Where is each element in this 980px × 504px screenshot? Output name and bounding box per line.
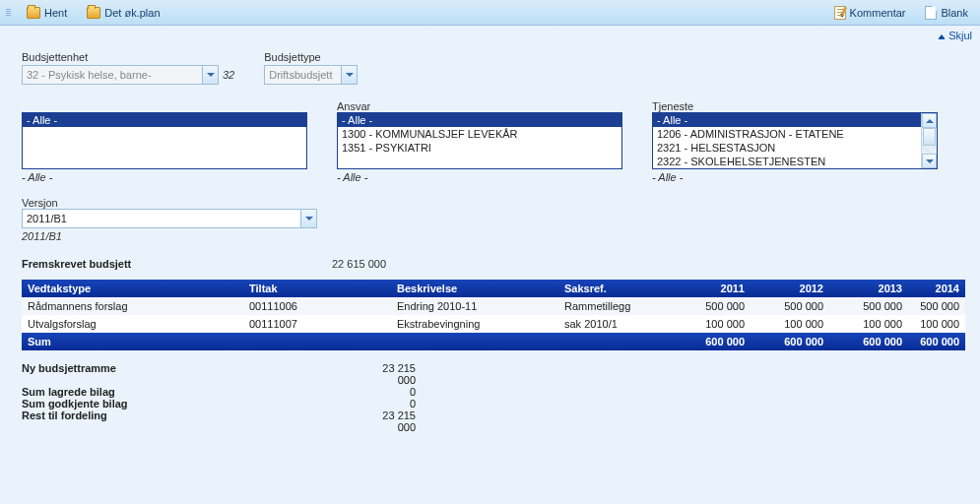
total-label: Rest til fordeling (22, 410, 361, 433)
budsjettype-combo[interactable]: Driftsbudsjett (264, 65, 358, 85)
list-item[interactable]: 1351 - PSYKIATRI (338, 141, 621, 155)
totals-block: Ny budsjettramme 23 215 000 Sum lagrede … (22, 362, 964, 433)
budsjettenhet-code: 32 (223, 69, 234, 81)
skjul-link[interactable]: Skjul (0, 26, 980, 43)
cell-2013: 500 000 (829, 297, 908, 315)
versjon-combo[interactable]: 2011/B1 (22, 209, 317, 228)
chevron-down-icon[interactable] (202, 66, 218, 84)
cell-beskrivelse: Ekstrabevingning (391, 315, 558, 333)
blank-button[interactable]: Blank (919, 4, 974, 22)
total-value: 23 215 000 (361, 410, 416, 433)
sum-label: Sum (22, 333, 672, 350)
filter-row-1: Budsjettenhet 32 - Psykisk helse, barne-… (22, 51, 964, 85)
det-okplan-label: Det øk.plan (104, 7, 160, 19)
cell-vedtakstype: Rådmannens forslag (22, 297, 243, 315)
chevron-down-icon[interactable] (300, 210, 316, 227)
total-value: 0 (361, 386, 416, 398)
versjon-note: 2011/B1 (22, 230, 964, 242)
col-saksref[interactable]: Saksref. (558, 280, 672, 297)
table-row[interactable]: Rådmannens forslag 00111006 Endring 2010… (22, 297, 965, 315)
list-item[interactable]: 1300 - KOMMUNALSJEF LEVEKÅR (338, 127, 621, 141)
list-item[interactable]: 2322 - SKOLEHELSETJENESTEN (653, 155, 921, 168)
cell-saksref: Rammetillegg (558, 297, 672, 315)
budsjettype-field: Budsjettype Driftsbudsjett (264, 51, 358, 85)
budget-grid: Vedtakstype Tiltak Beskrivelse Saksref. … (22, 280, 965, 350)
fremskrevet-value: 22 615 000 (332, 258, 386, 270)
grid-header-row: Vedtakstype Tiltak Beskrivelse Saksref. … (22, 280, 965, 297)
list-item[interactable]: - Alle - (653, 113, 921, 127)
column1-field: - Alle - - Alle - (22, 100, 307, 183)
column1-note: - Alle - (22, 171, 307, 183)
ansvar-field: Ansvar - Alle - 1300 - KOMMUNALSJEF LEVE… (337, 100, 622, 183)
chevron-up-icon (938, 34, 946, 39)
total-lagrede: Sum lagrede bilag 0 (22, 386, 964, 398)
cell-tiltak: 00111006 (243, 297, 391, 315)
tjeneste-listbox[interactable]: - Alle - 1206 - ADMINISTRASJON - ETATENE… (652, 112, 938, 169)
budsjettenhet-combo[interactable]: 32 - Psykisk helse, barne- (22, 65, 219, 85)
cell-2014: 500 000 (908, 297, 965, 315)
cell-vedtakstype: Utvalgsforslag (22, 315, 243, 333)
page-blank-icon (925, 6, 937, 20)
kommentar-label: Kommentar (850, 7, 906, 19)
note-icon (834, 6, 846, 20)
total-value: 23 215 000 (361, 362, 416, 386)
sum-2014: 600 000 (908, 333, 965, 350)
blank-label: Blank (941, 7, 968, 19)
filter-row-2: - Alle - - Alle - Ansvar - Alle - 1300 -… (22, 100, 964, 183)
list-item[interactable]: 2321 - HELSESTASJON (653, 141, 921, 155)
chevron-down-icon[interactable] (341, 66, 357, 84)
cell-2012: 100 000 (751, 315, 829, 333)
list-item[interactable]: - Alle - (23, 113, 306, 127)
versjon-value: 2011/B1 (23, 210, 300, 227)
sum-2013: 600 000 (829, 333, 908, 350)
col-2012[interactable]: 2012 (751, 280, 829, 297)
versjon-field: Versjon 2011/B1 2011/B1 (22, 197, 964, 242)
total-rest: Rest til fordeling 23 215 000 (22, 410, 964, 433)
cell-beskrivelse: Endring 2010-11 (391, 297, 558, 315)
toolbar-grip[interactable] (6, 9, 11, 16)
folder-open-icon (87, 7, 100, 19)
cell-2012: 500 000 (751, 297, 829, 315)
col-2013[interactable]: 2013 (829, 280, 908, 297)
folder-open-icon (27, 7, 40, 19)
toolbar: Hent Det øk.plan Kommentar Blank (0, 0, 980, 26)
sum-2011: 600 000 (672, 333, 751, 350)
col-2014[interactable]: 2014 (908, 280, 965, 297)
table-row[interactable]: Utvalgsforslag 00111007 Ekstrabevingning… (22, 315, 965, 333)
scroll-down-icon[interactable] (922, 154, 937, 168)
budsjettype-value: Driftsbudsjett (265, 66, 341, 84)
scroll-track[interactable] (922, 128, 937, 154)
total-label: Ny budsjettramme (22, 362, 361, 386)
pencil-icon (840, 6, 847, 16)
fremskrevet-label: Fremskrevet budsjett (22, 258, 332, 270)
total-value: 0 (361, 398, 416, 410)
sum-row: Sum 600 000 600 000 600 000 600 000 (22, 333, 965, 350)
ansvar-listbox[interactable]: - Alle - 1300 - KOMMUNALSJEF LEVEKÅR 135… (337, 112, 622, 169)
kommentar-button[interactable]: Kommentar (828, 4, 912, 22)
det-okplan-button[interactable]: Det øk.plan (81, 5, 165, 21)
scroll-up-icon[interactable] (922, 113, 937, 128)
tjeneste-label: Tjeneste (652, 100, 938, 112)
cell-2014: 100 000 (908, 315, 965, 333)
hent-label: Hent (44, 7, 67, 19)
scrollbar[interactable] (921, 113, 937, 168)
budsjettenhet-value: 32 - Psykisk helse, barne- (23, 66, 202, 84)
col-tiltak[interactable]: Tiltak (243, 280, 391, 297)
budsjettenhet-field: Budsjettenhet 32 - Psykisk helse, barne-… (22, 51, 234, 85)
total-label: Sum godkjente bilag (22, 398, 361, 410)
total-label: Sum lagrede bilag (22, 386, 361, 398)
total-godkjente: Sum godkjente bilag 0 (22, 398, 964, 410)
tjeneste-note: - Alle - (652, 171, 938, 183)
col-beskrivelse[interactable]: Beskrivelse (391, 280, 558, 297)
hent-button[interactable]: Hent (21, 5, 73, 21)
col-vedtakstype[interactable]: Vedtakstype (22, 280, 243, 297)
col-2011[interactable]: 2011 (672, 280, 751, 297)
column1-listbox[interactable]: - Alle - (22, 112, 307, 169)
scroll-thumb[interactable] (923, 128, 936, 146)
budsjettenhet-label: Budsjettenhet (22, 51, 234, 63)
cell-tiltak: 00111007 (243, 315, 391, 333)
ansvar-note: - Alle - (337, 171, 622, 183)
versjon-label: Versjon (22, 197, 58, 209)
list-item[interactable]: - Alle - (338, 113, 621, 127)
list-item[interactable]: 1206 - ADMINISTRASJON - ETATENE (653, 127, 921, 141)
